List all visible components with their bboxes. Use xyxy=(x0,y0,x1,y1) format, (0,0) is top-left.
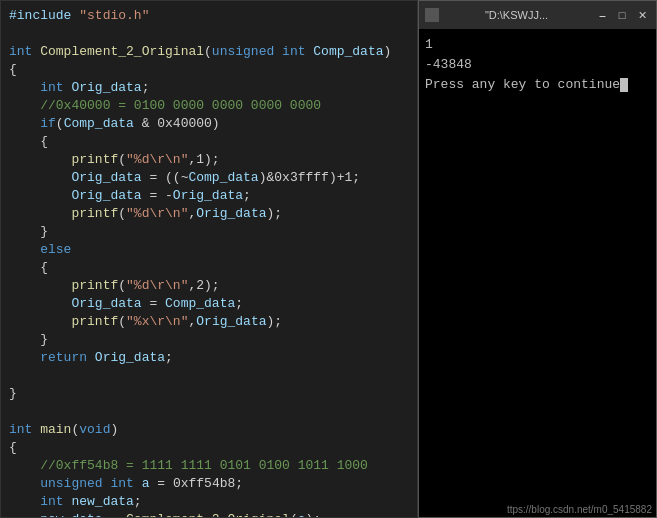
code-token xyxy=(103,475,111,493)
code-token: ( xyxy=(204,43,212,61)
code-token: new_data xyxy=(71,493,133,511)
code-token: //0xff54b8 = 1111 1111 0101 0100 1011 10… xyxy=(40,457,368,475)
code-token: Orig_data xyxy=(71,187,141,205)
code-token: a xyxy=(298,511,306,518)
terminal-title: "D:\KSWJJ... xyxy=(443,9,590,21)
code-line: } xyxy=(1,223,417,241)
code-token: { xyxy=(9,133,48,151)
code-token xyxy=(64,79,72,97)
code-token xyxy=(32,421,40,439)
code-token: ; xyxy=(243,187,251,205)
code-token xyxy=(9,511,40,518)
code-token: main xyxy=(40,421,71,439)
code-token: { xyxy=(9,61,17,79)
code-token: Orig_data xyxy=(71,79,141,97)
code-token: return xyxy=(40,349,87,367)
code-token: new_data xyxy=(40,511,102,518)
code-token: ); xyxy=(267,313,283,331)
code-token xyxy=(9,493,40,511)
code-token: int xyxy=(282,43,305,61)
code-token xyxy=(9,205,71,223)
code-token: } xyxy=(9,223,48,241)
code-token: Orig_data xyxy=(196,205,266,223)
code-line: { xyxy=(1,259,417,277)
code-token: a xyxy=(142,475,150,493)
code-token: "%d\r\n" xyxy=(126,205,188,223)
code-token xyxy=(9,277,71,295)
code-token: Orig_data xyxy=(71,169,141,187)
code-line: Orig_data = Comp_data; xyxy=(1,295,417,313)
code-token: & 0x40000) xyxy=(134,115,220,133)
code-token: unsigned xyxy=(40,475,102,493)
code-token: else xyxy=(40,241,71,259)
code-token: int xyxy=(40,493,63,511)
code-line: printf("%d\r\n",1); xyxy=(1,151,417,169)
code-token xyxy=(9,115,40,133)
code-token: unsigned xyxy=(212,43,274,61)
code-token: "stdio.h" xyxy=(79,7,149,25)
code-token: Comp_data xyxy=(165,295,235,313)
terminal-window: "D:\KSWJJ... ‒ □ ✕ 1-43848Press any key … xyxy=(418,0,657,518)
minimize-button[interactable]: ‒ xyxy=(594,7,610,23)
code-token: #include xyxy=(9,7,71,25)
code-token: printf xyxy=(71,151,118,169)
terminal-titlebar: "D:\KSWJJ... ‒ □ ✕ xyxy=(419,1,656,29)
code-token: printf xyxy=(71,277,118,295)
maximize-button[interactable]: □ xyxy=(614,7,630,23)
code-line: { xyxy=(1,439,417,457)
code-token: Orig_data xyxy=(71,295,141,313)
code-token xyxy=(9,313,71,331)
code-token: = 0xff54b8; xyxy=(149,475,243,493)
code-token: ; xyxy=(235,295,243,313)
code-token: ( xyxy=(118,313,126,331)
terminal-line: 1 xyxy=(425,35,650,55)
code-line: printf("%d\r\n",Orig_data); xyxy=(1,205,417,223)
code-line: //0xff54b8 = 1111 1111 0101 0100 1011 10… xyxy=(1,457,417,475)
code-token: ,1); xyxy=(188,151,219,169)
code-token: ) xyxy=(384,43,392,61)
code-token xyxy=(306,43,314,61)
watermark: ttps://blog.csdn.net/m0_5415882 xyxy=(419,502,656,517)
code-line: return Orig_data; xyxy=(1,349,417,367)
code-token xyxy=(9,241,40,259)
code-token xyxy=(71,7,79,25)
code-line: Orig_data = ((~Comp_data)&0x3ffff)+1; xyxy=(1,169,417,187)
terminal-line: -43848 xyxy=(425,55,650,75)
code-token: ; xyxy=(134,493,142,511)
code-token: )&0x3ffff)+1; xyxy=(259,169,360,187)
code-line xyxy=(1,25,417,43)
code-token: "%x\r\n" xyxy=(126,313,188,331)
code-token: Comp_data xyxy=(64,115,134,133)
code-token: = xyxy=(142,295,165,313)
code-token xyxy=(9,97,40,115)
code-token: Orig_data xyxy=(173,187,243,205)
code-token: , xyxy=(188,313,196,331)
code-line: else xyxy=(1,241,417,259)
code-line: //0x40000 = 0100 0000 0000 0000 0000 xyxy=(1,97,417,115)
code-token xyxy=(9,187,71,205)
code-line: { xyxy=(1,133,417,151)
code-line xyxy=(1,367,417,385)
code-token: Comp_data xyxy=(188,169,258,187)
code-token xyxy=(9,169,71,187)
code-token xyxy=(274,43,282,61)
cursor xyxy=(620,78,628,92)
code-token: ) xyxy=(110,421,118,439)
code-editor: #include "stdio.h"int Complement_2_Origi… xyxy=(0,0,418,518)
code-line: int Complement_2_Original(unsigned int C… xyxy=(1,43,417,61)
code-line: { xyxy=(1,61,417,79)
terminal-line: Press any key to continue xyxy=(425,75,650,95)
code-token: if xyxy=(40,115,56,133)
code-token: Comp_data xyxy=(313,43,383,61)
code-token: int xyxy=(9,43,32,61)
close-button[interactable]: ✕ xyxy=(634,7,650,23)
code-token: , xyxy=(188,205,196,223)
code-token: "%d\r\n" xyxy=(126,151,188,169)
code-token: ); xyxy=(306,511,322,518)
code-token: //0x40000 = 0100 0000 0000 0000 0000 xyxy=(40,97,321,115)
code-line: int Orig_data; xyxy=(1,79,417,97)
code-token: "%d\r\n" xyxy=(126,277,188,295)
code-token: = ((~ xyxy=(142,169,189,187)
code-token xyxy=(64,493,72,511)
code-token xyxy=(32,43,40,61)
